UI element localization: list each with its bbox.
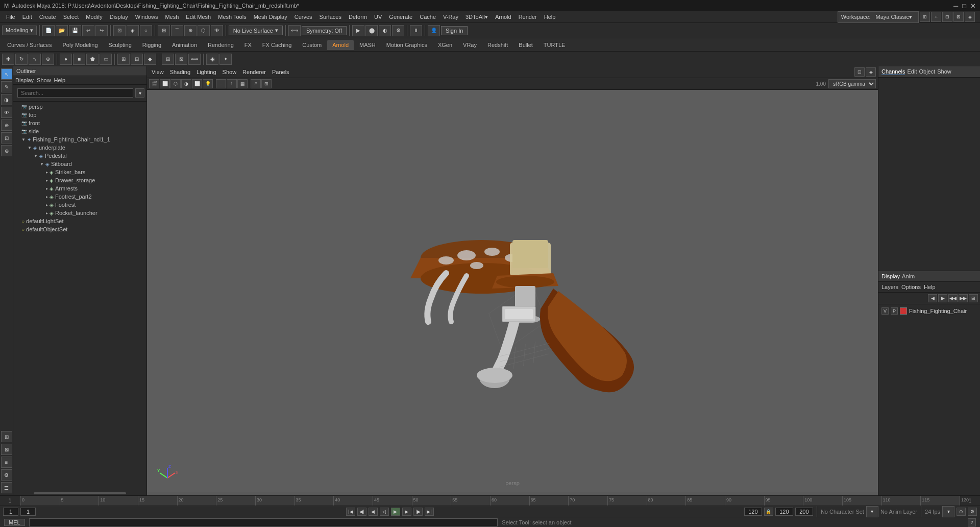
vp-isolate-btn[interactable]: ◈ bbox=[866, 67, 876, 77]
mode-dropdown[interactable]: Modeling ▾ bbox=[2, 26, 37, 35]
prev-frame-btn[interactable]: ◀ bbox=[369, 508, 378, 516]
go-to-end-btn[interactable]: ▶| bbox=[425, 508, 434, 516]
mel-python-toggle[interactable]: MEL bbox=[4, 519, 25, 526]
range-lock-btn[interactable]: 🔒 bbox=[764, 508, 773, 516]
vp-vert-btn[interactable]: · bbox=[216, 79, 226, 88]
constraint-btn[interactable]: ⊡ bbox=[1, 132, 12, 143]
attribute-editor-btn[interactable]: ≡ bbox=[1, 457, 12, 468]
universal-tb-btn[interactable]: ⊕ bbox=[42, 54, 54, 65]
tool-settings-btn[interactable]: ⚙ bbox=[1, 469, 12, 481]
display-tab[interactable]: Display bbox=[881, 273, 900, 279]
snap-grid-btn[interactable]: ⊞ bbox=[158, 25, 170, 36]
lasso-select-btn[interactable]: ○ bbox=[140, 25, 152, 36]
menu-file[interactable]: File bbox=[3, 13, 18, 21]
render-frame-btn[interactable]: ◐ bbox=[379, 25, 391, 36]
play-back-btn[interactable]: ◁ bbox=[380, 508, 389, 516]
show-hide-btn[interactable]: 👁 bbox=[1, 107, 12, 118]
channel-editor-btn[interactable]: ☰ bbox=[1, 482, 12, 493]
vp-grid-btn[interactable]: # bbox=[251, 79, 261, 88]
layer-visibility-btn[interactable]: V bbox=[881, 307, 889, 315]
open-scene-btn[interactable]: 📂 bbox=[56, 25, 68, 36]
menu-display[interactable]: Display bbox=[107, 13, 131, 21]
main-viewport[interactable]: View Shading Lighting Show Renderer Pane… bbox=[147, 66, 878, 495]
vp-menu-panels[interactable]: Panels bbox=[270, 68, 292, 76]
outliner-item-main-group[interactable]: ▼ ✦ Fishing_Fighting_Chair_ncl1_1 bbox=[13, 135, 146, 143]
tab-animation[interactable]: Animation bbox=[167, 40, 202, 50]
menu-render[interactable]: Render bbox=[516, 13, 540, 21]
bevel-btn[interactable]: ◆ bbox=[144, 54, 156, 65]
tab-fx-caching[interactable]: FX Caching bbox=[257, 40, 297, 50]
bridge-btn[interactable]: ⊟ bbox=[131, 54, 143, 65]
select-mode-btn[interactable]: ⊡ bbox=[113, 25, 126, 36]
anim-end-field[interactable] bbox=[795, 508, 813, 516]
quick-layout-btn[interactable]: ⊠ bbox=[1, 444, 12, 455]
snap-icon-1[interactable]: ⊞ bbox=[920, 12, 930, 22]
outliner-item-sitboard[interactable]: ▼ ◈ Sitboard bbox=[13, 160, 146, 168]
prev-key-frame-btn[interactable]: ◀| bbox=[357, 508, 366, 516]
tab-turtle[interactable]: TURTLE bbox=[538, 40, 571, 50]
go-to-start-btn[interactable]: |◀ bbox=[346, 508, 355, 516]
tab-sculpting[interactable]: Sculpting bbox=[104, 40, 137, 50]
tab-motion-graphics[interactable]: Motion Graphics bbox=[381, 40, 432, 50]
minimize-button[interactable]: ─ bbox=[953, 2, 958, 10]
layers-menu[interactable]: Layers bbox=[881, 284, 898, 290]
tab-rigging[interactable]: Rigging bbox=[137, 40, 166, 50]
menu-curves[interactable]: Curves bbox=[291, 13, 315, 21]
mirror-btn[interactable]: ⟺ bbox=[188, 54, 201, 65]
vp-menu-renderer[interactable]: Renderer bbox=[240, 68, 268, 76]
combine-btn[interactable]: ⊞ bbox=[162, 54, 174, 65]
mesh-clean-btn[interactable]: ✦ bbox=[219, 54, 232, 65]
outliner-item-striker[interactable]: ▸ ◈ Striker_bars bbox=[13, 168, 146, 176]
vp-menu-show[interactable]: Show bbox=[220, 68, 239, 76]
range-start-field[interactable] bbox=[744, 508, 762, 516]
save-scene-btn[interactable]: 💾 bbox=[69, 25, 81, 36]
window-controls[interactable]: ─ □ ✕ bbox=[953, 2, 976, 10]
outliner-search-btn[interactable]: ▾ bbox=[135, 88, 144, 98]
key-options-btn[interactable]: ⚙ bbox=[968, 508, 977, 516]
menu-windows[interactable]: Windows bbox=[132, 13, 161, 21]
next-key-frame-btn[interactable]: |▶ bbox=[413, 508, 423, 516]
vp-menu-shading[interactable]: Shading bbox=[167, 68, 193, 76]
snap-curve-btn[interactable]: ⌒ bbox=[171, 25, 183, 36]
menu-arnold[interactable]: Arnold bbox=[492, 13, 514, 21]
sculpt-tool-btn[interactable]: ◑ bbox=[1, 94, 12, 105]
outliner-item-objset[interactable]: ○ defaultObjectSet bbox=[13, 225, 146, 233]
menu-edit-mesh[interactable]: Edit Mesh bbox=[183, 13, 214, 21]
options-menu[interactable]: Options bbox=[901, 284, 921, 290]
menu-create[interactable]: Create bbox=[36, 13, 59, 21]
maximize-button[interactable]: □ bbox=[962, 2, 966, 10]
poly-cyl-btn[interactable]: ⬟ bbox=[86, 54, 99, 65]
prev-key-btn[interactable]: ◀◀ bbox=[948, 294, 958, 302]
layer-color-swatch[interactable] bbox=[900, 307, 907, 315]
vp-smooth-btn[interactable]: ◑ bbox=[181, 79, 191, 88]
menu-3dtoall[interactable]: 3DToAll▾ bbox=[462, 13, 491, 21]
new-scene-btn[interactable]: 📄 bbox=[42, 25, 55, 36]
vp-menu-view[interactable]: View bbox=[149, 68, 166, 76]
person-icon[interactable]: 👤 bbox=[428, 25, 440, 36]
sign-in-btn[interactable]: Sign In bbox=[441, 26, 468, 35]
workspace-label[interactable]: Workspace: Maya Classic▾ bbox=[838, 11, 919, 23]
vp-edge-btn[interactable]: ⌇ bbox=[227, 79, 237, 88]
transform-tb-btn[interactable]: ✚ bbox=[2, 54, 14, 65]
paint-tool-btn[interactable]: ✎ bbox=[1, 81, 12, 92]
next-key-btn[interactable]: ▶▶ bbox=[959, 294, 968, 302]
outliner-item-underplate[interactable]: ▼ ◈ underplate bbox=[13, 143, 146, 152]
prev-layer-btn[interactable]: ◀ bbox=[928, 294, 937, 302]
vp-frame-btn[interactable]: ⬜ bbox=[160, 79, 170, 88]
layer-playback-btn[interactable]: P bbox=[891, 307, 898, 315]
snap-view-btn[interactable]: 👁 bbox=[211, 25, 223, 36]
layer-mgr-btn[interactable]: ⊞ bbox=[1, 431, 12, 442]
edit-tab[interactable]: Edit bbox=[907, 68, 917, 75]
tab-custom[interactable]: Custom bbox=[297, 40, 327, 50]
snap-icon-2[interactable]: ↔ bbox=[931, 12, 941, 22]
tab-bullet[interactable]: Bullet bbox=[513, 40, 538, 50]
outliner-item-pedestal[interactable]: ▼ ◈ Pedestal bbox=[13, 152, 146, 160]
poly-cube-btn[interactable]: ■ bbox=[73, 54, 85, 65]
menu-uv[interactable]: UV bbox=[371, 13, 385, 21]
menu-mesh[interactable]: Mesh bbox=[162, 13, 182, 21]
expand-layer-btn[interactable]: ⊞ bbox=[969, 294, 978, 302]
no-live-surface-btn[interactable]: No Live Surface ▾ bbox=[229, 26, 283, 35]
outliner-item-front[interactable]: 📷 front bbox=[13, 119, 146, 127]
separate-btn[interactable]: ⊠ bbox=[175, 54, 187, 65]
menu-help[interactable]: Help bbox=[541, 13, 559, 21]
